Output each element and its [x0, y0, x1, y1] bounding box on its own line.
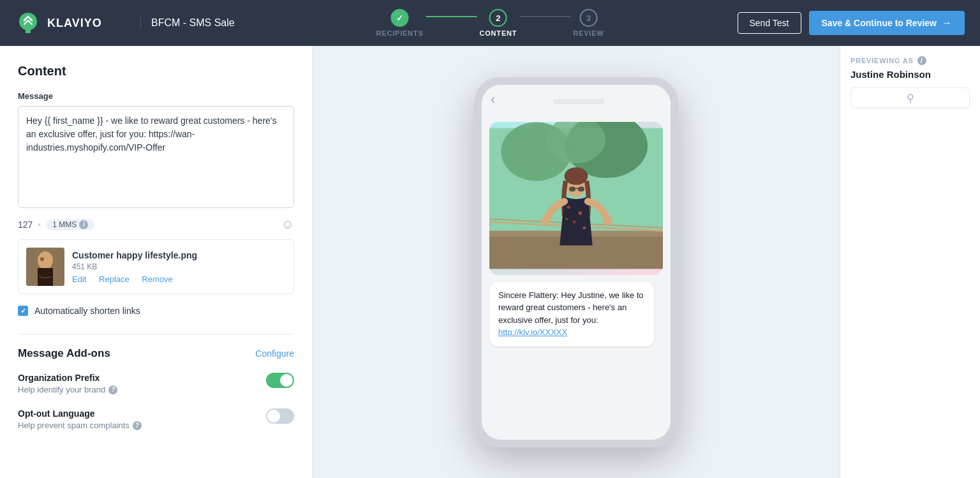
optout-toggle[interactable]	[266, 408, 294, 424]
main-layout: Content Message 127 • 1 MMS i ☺	[0, 46, 980, 478]
action-sep-1: ·	[91, 274, 94, 284]
attachment-thumbnail	[26, 248, 64, 286]
step-review[interactable]: 3 REVIEW	[573, 9, 604, 37]
remove-attachment-link[interactable]: Remove	[142, 274, 172, 284]
configure-link[interactable]: Configure	[255, 348, 294, 359]
campaign-name: BFCM - SMS Sale	[140, 17, 235, 29]
addon-optout-name: Opt-out Language	[18, 408, 253, 419]
phone-contact-bar	[495, 95, 662, 104]
search-icon: ⚲	[907, 92, 914, 104]
addons-title: Message Add-ons	[18, 347, 110, 360]
connector-2-3	[519, 16, 570, 17]
svg-rect-24	[489, 128, 663, 269]
addons-section-header: Message Add-ons Configure	[18, 347, 294, 360]
previewing-user-name: Justine Robinson	[850, 69, 970, 80]
step-3-label: REVIEW	[573, 29, 604, 37]
left-panel: Content Message 127 • 1 MMS i ☺	[0, 46, 313, 478]
right-panel: PREVIEWING AS i Justine Robinson ⚲	[840, 46, 980, 478]
phone-screen: ‹	[482, 85, 671, 440]
save-continue-label: Save & Continue to Review	[822, 18, 937, 28]
action-sep-2: ·	[135, 274, 137, 284]
logo-area: KLAVIYO	[15, 10, 130, 36]
auto-shorten-row: Automatically shorten links	[18, 306, 294, 316]
step-1-label: RECIPIENTS	[376, 29, 424, 37]
send-test-button[interactable]: Send Test	[738, 12, 801, 34]
org-prefix-toggle[interactable]	[266, 373, 294, 388]
attachment-size: 451 KB	[72, 262, 286, 271]
step-1-circle: ✓	[391, 9, 409, 27]
auto-shorten-label: Automatically shorten links	[34, 306, 140, 316]
step-content[interactable]: 2 CONTENT	[480, 9, 517, 37]
step-2-circle: 2	[489, 9, 507, 27]
step-recipients[interactable]: ✓ RECIPIENTS	[376, 9, 424, 37]
header: KLAVIYO BFCM - SMS Sale ✓ RECIPIENTS 2 C…	[0, 0, 980, 46]
attachment-box: Customer happy lifestyle.png 451 KB Edit…	[18, 239, 294, 294]
phone-text-bubble: Sincere Flattery: Hey Justine, we like t…	[489, 281, 654, 347]
logo-text: KLAVIYO	[47, 17, 102, 30]
klaviyo-logo-icon	[15, 10, 41, 36]
content-title: Content	[18, 64, 294, 78]
org-prefix-info-icon[interactable]: ?	[108, 385, 117, 394]
emoji-button[interactable]: ☺	[281, 217, 294, 232]
previewing-as-label: PREVIEWING AS i	[850, 56, 970, 65]
step-3-circle: 3	[579, 9, 597, 27]
addon-org-info: Organization Prefix Help identify your b…	[18, 373, 266, 394]
lifestyle-photo-svg	[489, 122, 663, 275]
phone-image-bubble	[489, 122, 663, 275]
addon-optout: Opt-out Language Help prevent spam compl…	[18, 408, 294, 430]
addon-org-desc: Help identify your brand ?	[18, 385, 253, 394]
optout-info-icon[interactable]: ?	[133, 421, 142, 430]
edit-attachment-link[interactable]: Edit	[72, 274, 86, 284]
phone-mockup: ‹	[474, 77, 678, 447]
addon-optout-desc: Help prevent spam complaints ?	[18, 421, 253, 430]
attachment-info: Customer happy lifestyle.png 451 KB Edit…	[72, 250, 286, 284]
mms-badge: 1 MMS i	[46, 219, 94, 230]
connector-1-2	[426, 16, 477, 17]
search-box[interactable]: ⚲	[850, 87, 970, 108]
addon-org-prefix: Organization Prefix Help identify your b…	[18, 373, 294, 394]
phone-back-button[interactable]: ‹	[491, 91, 495, 108]
message-label: Message	[18, 91, 294, 101]
auto-shorten-checkbox[interactable]	[18, 306, 28, 316]
replace-attachment-link[interactable]: Replace	[99, 274, 130, 284]
step-2-label: CONTENT	[480, 29, 517, 37]
dot-separator: •	[38, 220, 41, 230]
phone-message-text: Sincere Flattery: Hey Justine, we like t…	[498, 290, 644, 325]
phone-message-link[interactable]: http://klv.io/XXXXX	[498, 327, 567, 337]
save-continue-button[interactable]: Save & Continue to Review →	[809, 11, 965, 35]
mms-label: 1 MMS	[52, 220, 77, 229]
attachment-actions: Edit · Replace · Remove	[72, 274, 286, 284]
char-info: 127 • 1 MMS i ☺	[18, 217, 294, 232]
previewing-info-icon[interactable]: i	[917, 56, 926, 65]
char-count: 127	[18, 220, 33, 230]
addon-org-name: Organization Prefix	[18, 373, 253, 383]
phone-contact-pill	[553, 99, 604, 104]
phone-top-bar: ‹	[482, 85, 671, 114]
addon-optout-info: Opt-out Language Help prevent spam compl…	[18, 408, 266, 430]
message-textarea[interactable]	[18, 106, 294, 208]
svg-point-3	[40, 257, 44, 261]
steps-nav: ✓ RECIPIENTS 2 CONTENT 3 REVIEW	[376, 9, 604, 37]
mms-info-icon[interactable]: i	[79, 220, 88, 229]
attachment-filename: Customer happy lifestyle.png	[72, 250, 286, 260]
svg-point-1	[38, 251, 53, 269]
preview-panel: ‹	[313, 46, 840, 478]
arrow-icon: →	[942, 17, 952, 29]
header-actions: Send Test Save & Continue to Review →	[738, 11, 965, 35]
section-divider	[18, 334, 294, 334]
phone-messages: Sincere Flattery: Hey Justine, we like t…	[482, 114, 671, 440]
